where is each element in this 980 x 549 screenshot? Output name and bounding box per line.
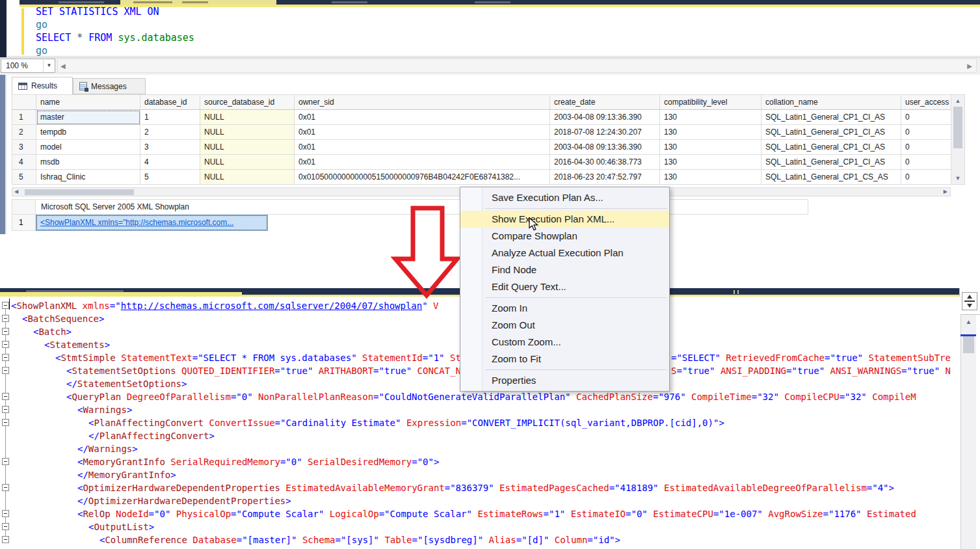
menu-item-show-execution-plan-xml[interactable]: Show Execution Plan XML... bbox=[460, 211, 669, 228]
cell-name[interactable]: master bbox=[36, 110, 140, 125]
menu-item-analyze-actual-execution-plan[interactable]: Analyze Actual Execution Plan bbox=[460, 245, 669, 261]
collapse-box-icon[interactable] bbox=[2, 523, 9, 530]
table-row[interactable]: 2tempdb2NULL0x012018-07-08 12:24:30.2071… bbox=[12, 125, 953, 140]
scroll-left-icon[interactable]: ◀ bbox=[14, 189, 18, 194]
cell-name[interactable]: Ishraq_Clinic bbox=[36, 170, 140, 185]
scroll-down-icon[interactable]: ▼ bbox=[951, 174, 964, 183]
cell-create_date[interactable]: 2018-07-08 12:24:30.207 bbox=[550, 125, 660, 140]
scrollbar-thumb[interactable] bbox=[963, 336, 974, 353]
cell-collation_name[interactable]: SQL_Latin1_General_CP1_CI_AS bbox=[761, 125, 901, 140]
cell-source_database_id[interactable]: NULL bbox=[200, 155, 295, 170]
collapse-box-icon[interactable] bbox=[2, 406, 9, 413]
menu-item-zoom-out[interactable]: Zoom Out bbox=[460, 317, 669, 334]
scroll-right-icon[interactable]: ▶ bbox=[967, 59, 972, 74]
scroll-left-icon[interactable]: ◀ bbox=[60, 59, 66, 74]
column-header-owner_sid[interactable]: owner_sid bbox=[295, 95, 550, 110]
cell-source_database_id[interactable]: NULL bbox=[200, 125, 295, 140]
editor-horizontal-scrollbar[interactable]: ◀ ▶ bbox=[57, 59, 977, 73]
cell-user_access[interactable]: 0 bbox=[901, 125, 953, 140]
results-vertical-scrollbar[interactable]: ▲ ▼ bbox=[951, 94, 965, 185]
column-header-create_date[interactable]: create_date bbox=[550, 95, 660, 110]
row-number-cell[interactable]: 1 bbox=[12, 110, 36, 125]
active-document-tab[interactable] bbox=[120, 0, 276, 5]
cell-create_date[interactable]: 2003-04-08 09:13:36.390 bbox=[550, 140, 660, 155]
cell-user_access[interactable]: 0 bbox=[901, 140, 953, 155]
collapse-box-icon[interactable] bbox=[2, 510, 9, 517]
cell-compatibility_level[interactable]: 130 bbox=[660, 170, 761, 185]
results-grid[interactable]: namedatabase_idsource_database_idowner_s… bbox=[12, 94, 953, 185]
cell-compatibility_level[interactable]: 130 bbox=[660, 110, 761, 125]
column-header-name[interactable]: name bbox=[36, 95, 140, 110]
cell-collation_name[interactable]: SQL_Latin1_General_CP1_CI_AS bbox=[761, 140, 901, 155]
collapse-box-icon[interactable] bbox=[2, 315, 9, 322]
menu-item-find-node[interactable]: Find Node bbox=[460, 261, 669, 278]
collapse-box-icon[interactable] bbox=[2, 354, 9, 361]
cell-create_date[interactable]: 2003-04-08 09:13:36.390 bbox=[550, 110, 660, 125]
scroll-up-icon[interactable]: ▲ bbox=[951, 96, 964, 105]
row-number-cell[interactable]: 5 bbox=[12, 170, 36, 185]
cell-database_id[interactable]: 1 bbox=[140, 110, 200, 125]
menu-item-save-execution-plan-as[interactable]: Save Execution Plan As... bbox=[460, 189, 669, 206]
cell-source_database_id[interactable]: NULL bbox=[200, 140, 295, 155]
cell-database_id[interactable]: 4 bbox=[140, 155, 200, 170]
cell-name[interactable]: tempdb bbox=[36, 125, 140, 140]
collapse-box-icon[interactable] bbox=[2, 328, 9, 335]
collapse-box-icon[interactable] bbox=[2, 367, 9, 374]
xml-vertical-scrollbar[interactable]: ▲ bbox=[960, 315, 976, 549]
cell-name[interactable]: msdb bbox=[36, 155, 140, 170]
row-number-cell[interactable]: 4 bbox=[12, 155, 36, 170]
cell-compatibility_level[interactable]: 130 bbox=[660, 125, 761, 140]
cell-collation_name[interactable]: SQL_Latin1_General_CP1_CI_AS bbox=[761, 155, 901, 170]
scroll-up-icon[interactable]: ▲ bbox=[961, 317, 976, 327]
menu-item-custom-zoom[interactable]: Custom Zoom... bbox=[460, 334, 669, 351]
column-header-user_access[interactable]: user_access bbox=[901, 95, 953, 110]
cell-create_date[interactable]: 2018-06-23 20:47:52.797 bbox=[550, 170, 660, 185]
scroll-right-icon[interactable]: ▶ bbox=[944, 189, 947, 194]
cell-source_database_id[interactable]: NULL bbox=[200, 110, 295, 125]
collapse-box-icon[interactable] bbox=[2, 393, 9, 400]
cell-collation_name[interactable]: SQL_Latin1_General_CP1_CS_AS bbox=[761, 170, 901, 185]
cell-compatibility_level[interactable]: 130 bbox=[660, 140, 761, 155]
row-number-cell[interactable]: 2 bbox=[12, 125, 36, 140]
cell-owner_sid[interactable]: 0x0105000000000005150000000976B4B04242F0… bbox=[295, 170, 550, 185]
row-number-cell[interactable]: 3 bbox=[12, 140, 36, 155]
tab-messages[interactable]: Messages bbox=[73, 78, 146, 94]
grid-corner-cell[interactable] bbox=[12, 95, 36, 110]
menu-item-compare-showplan[interactable]: Compare Showplan bbox=[460, 228, 669, 245]
split-window-handle[interactable] bbox=[962, 292, 977, 310]
menu-item-zoom-in[interactable]: Zoom In bbox=[460, 300, 669, 317]
collapse-box-icon[interactable] bbox=[2, 341, 9, 348]
cell-database_id[interactable]: 2 bbox=[140, 125, 200, 140]
tab-results[interactable]: Results bbox=[12, 77, 73, 94]
collapse-box-icon[interactable] bbox=[2, 302, 9, 309]
menu-item-edit-query-text[interactable]: Edit Query Text... bbox=[460, 278, 669, 295]
scrollbar-thumb[interactable] bbox=[953, 107, 962, 148]
table-row[interactable]: 1master1NULL0x012003-04-08 09:13:36.3901… bbox=[12, 110, 953, 125]
column-header-compatibility_level[interactable]: compatibility_level bbox=[660, 95, 761, 110]
cell-name[interactable]: model bbox=[36, 140, 140, 155]
menu-item-zoom-to-fit[interactable]: Zoom to Fit bbox=[460, 351, 669, 368]
showplan-link-cell[interactable]: <ShowPlanXML xmlns="http://schemas.micro… bbox=[36, 215, 268, 231]
cell-user_access[interactable]: 0 bbox=[901, 110, 953, 125]
collapse-box-icon[interactable] bbox=[2, 419, 9, 426]
cell-create_date[interactable]: 2016-04-30 00:46:38.773 bbox=[550, 155, 660, 170]
collapse-box-icon[interactable] bbox=[2, 484, 9, 491]
scrollbar-thumb[interactable] bbox=[25, 189, 134, 195]
collapse-box-icon[interactable] bbox=[2, 458, 9, 465]
cell-database_id[interactable]: 5 bbox=[140, 170, 200, 185]
cell-source_database_id[interactable]: NULL bbox=[200, 170, 295, 185]
cell-owner_sid[interactable]: 0x01 bbox=[295, 155, 550, 170]
chevron-down-icon[interactable]: ▼ bbox=[43, 59, 55, 73]
cell-owner_sid[interactable]: 0x01 bbox=[295, 140, 550, 155]
xml-namespace-link[interactable]: http://schemas.microsoft.com/sqlserver/2… bbox=[121, 301, 423, 311]
cell-owner_sid[interactable]: 0x01 bbox=[295, 125, 550, 140]
menu-item-properties[interactable]: Properties bbox=[460, 372, 669, 389]
cell-owner_sid[interactable]: 0x01 bbox=[295, 110, 550, 125]
table-row[interactable]: 3model3NULL0x012003-04-08 09:13:36.39013… bbox=[12, 140, 953, 155]
showplan-xml-link[interactable]: <ShowPlanXML xmlns="http://schemas.micro… bbox=[40, 218, 233, 227]
table-row[interactable]: 4msdb4NULL0x012016-04-30 00:46:38.773130… bbox=[12, 155, 953, 170]
showplan-row-number[interactable]: 1 bbox=[12, 215, 36, 231]
collapse-box-icon[interactable] bbox=[2, 536, 9, 543]
cell-database_id[interactable]: 3 bbox=[140, 140, 200, 155]
cell-compatibility_level[interactable]: 130 bbox=[660, 155, 761, 170]
